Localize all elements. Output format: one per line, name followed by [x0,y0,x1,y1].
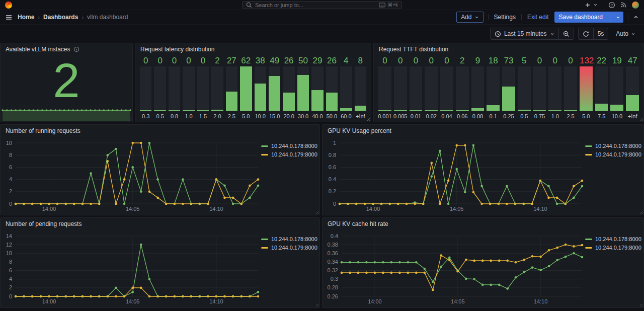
bar-bucket: 00.001 [378,55,391,119]
bar-bucket: 02.5 [564,55,577,119]
bar-bucket: 8+Inf [355,55,366,119]
legend-item[interactable]: 10.244.0.179:8000 [585,245,641,251]
save-dashboard-button[interactable]: Save dashboard [554,12,623,23]
panel-title[interactable]: Request latency distribution [135,43,371,55]
bar-bucket-label: 10.0 [610,111,623,119]
bar-value: 5 [518,55,531,66]
bar-bucket-label: 5.0 [240,111,252,119]
bar-value: 27 [226,55,237,66]
bar-fill [255,84,266,111]
refresh-button[interactable] [579,28,593,39]
panel-running-requests: Number of running requests 024681014:001… [0,124,320,215]
bar-track [226,66,237,111]
bar-bucket: 227.5 [595,55,608,119]
bar-track [533,66,546,111]
panel-title[interactable]: Number of running requests [1,125,319,137]
legend-swatch [261,247,268,249]
svg-text:0.6: 0.6 [329,164,336,170]
bar-fill [456,110,469,111]
legend-item[interactable]: 10.244.0.179:8000 [261,245,317,251]
chart-legend: 10.244.0.178:800010.244.0.179:8000 [261,230,317,305]
bar-bucket-label: 5.0 [580,111,593,119]
bar-fill [610,105,623,111]
auto-refresh-dropdown[interactable]: Auto [612,28,639,40]
grafana-logo-icon[interactable] [5,2,12,9]
bar-bucket: 01.0 [548,55,561,119]
svg-text:10: 10 [6,140,12,146]
legend-item[interactable]: 10.244.0.178:8000 [585,143,641,149]
bar-fill [502,87,515,111]
keyboard-shortcut-hint: ⌘+k [379,2,398,8]
bar-track [378,66,391,111]
panel-title[interactable]: Number of pending requests [1,218,319,230]
bar-value: 2 [456,55,469,66]
bar-bucket: 2940.0 [311,55,323,119]
stat-sparkline [1,107,132,121]
bar-bucket: 2620.0 [283,55,294,119]
panel-resize-handle[interactable] [366,117,370,121]
news-rss-icon[interactable] [620,2,627,8]
bar-value: 0 [183,55,194,66]
svg-text:14:10: 14:10 [533,206,547,212]
breadcrumb-separator: › [38,14,40,20]
panel-request-latency-distribution: Request latency distribution 00.300.500.… [135,43,371,122]
bar-fill [394,110,407,111]
legend-swatch [585,154,592,156]
panel-title[interactable]: Request TTFT distribution [374,43,643,55]
breadcrumb-dashboards[interactable]: Dashboards [43,14,78,21]
chevron-down-icon[interactable] [613,15,623,20]
refresh-icon [583,31,589,37]
bar-bucket-label: 40.0 [311,111,323,119]
top-nav: ⌘+k ? [0,0,644,10]
bar-bucket: 3810.0 [255,55,266,119]
chevron-up-icon[interactable] [633,14,639,20]
bar-bucket-label: 0.001 [378,111,391,119]
bar-track [240,66,252,111]
refresh-interval[interactable]: 5s [593,28,608,39]
divider [628,14,628,20]
breadcrumb-home[interactable]: Home [18,14,34,21]
legend-item[interactable]: 10.244.0.179:8000 [585,151,641,158]
bar-value: 0 [394,55,407,66]
legend-item[interactable]: 10.244.0.178:8000 [261,143,317,149]
bar-value: 22 [595,55,608,66]
panel-title[interactable]: GPU KV Usage percent [323,125,643,137]
bar-fill [154,110,166,111]
time-range-picker[interactable]: Last 15 minutes [491,28,558,39]
bar-value: 0 [140,55,151,66]
svg-text:0: 0 [333,201,336,207]
svg-text:0.34: 0.34 [328,259,338,265]
svg-text:0.26: 0.26 [328,293,338,299]
legend-item[interactable]: 10.244.0.178:8000 [585,236,641,242]
user-avatar[interactable] [632,2,639,9]
bar-value: 73 [502,55,515,66]
search-input[interactable] [255,2,376,8]
legend-swatch [261,239,268,240]
legend-item[interactable]: 10.244.0.179:8000 [261,151,317,158]
bar-track [410,66,423,111]
zoom-out-button[interactable] [558,28,574,39]
bar-track [211,66,223,111]
panel-title[interactable]: GPU KV cache hit rate [323,218,643,230]
bar-fill [283,93,294,111]
legend-label: 10.244.0.178:8000 [595,236,641,242]
legend-swatch [585,239,592,240]
panel-resize-handle[interactable] [638,117,642,121]
add-button[interactable]: Add [456,12,483,23]
breadcrumb: Home › Dashboards › vllm dashboard [18,14,451,21]
bar-bucket: 20.06 [456,55,469,119]
panel-request-ttft-distribution: Request TTFT distribution 00.00100.00500… [373,43,644,122]
add-new-button[interactable] [585,0,598,11]
svg-text:14:05: 14:05 [451,298,465,304]
search-box[interactable]: ⌘+k [242,1,402,9]
settings-button[interactable]: Settings [493,12,517,23]
legend-label: 10.244.0.178:8000 [271,236,317,242]
svg-text:0.32: 0.32 [328,267,338,273]
menu-hamburger-icon[interactable] [5,14,13,21]
info-icon[interactable] [73,46,79,52]
exit-edit-button[interactable]: Exit edit [526,12,550,23]
bar-gauge-chart: 00.00100.00500.0100.0200.0420.0690.08180… [378,55,639,119]
help-icon[interactable]: ? [608,2,615,9]
legend-item[interactable]: 10.244.0.178:8000 [261,236,317,242]
zoom-out-icon [563,31,570,37]
